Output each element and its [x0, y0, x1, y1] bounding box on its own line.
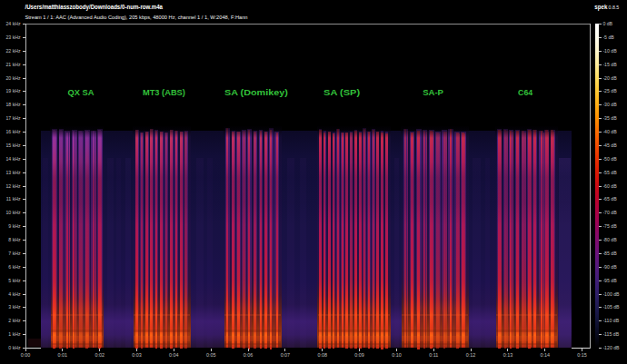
svg-text:4 kHz: 4 kHz: [8, 291, 21, 297]
svg-text:-45 dB: -45 dB: [602, 143, 617, 148]
svg-text:-40 dB: -40 dB: [602, 129, 617, 134]
svg-text:-65 dB: -65 dB: [602, 196, 617, 202]
svg-text:0:09: 0:09: [354, 352, 364, 358]
svg-text:13 kHz: 13 kHz: [5, 170, 21, 175]
svg-text:0:14: 0:14: [541, 352, 551, 358]
svg-text:0:00: 0:00: [21, 352, 31, 358]
svg-text:spek: spek: [594, 3, 607, 11]
svg-text:-95 dB: -95 dB: [602, 278, 617, 283]
svg-text:-75 dB: -75 dB: [602, 223, 617, 229]
svg-text:0:11: 0:11: [429, 352, 438, 358]
svg-text:15 kHz: 15 kHz: [5, 143, 21, 148]
svg-text:3 kHz: 3 kHz: [8, 304, 21, 310]
svg-text:-55 dB: -55 dB: [602, 170, 617, 175]
svg-text:16 kHz: 16 kHz: [5, 129, 21, 134]
svg-text:14 kHz: 14 kHz: [5, 156, 21, 162]
svg-text:Stream 1 / 1: AAC (Advanced Au: Stream 1 / 1: AAC (Advanced Audio Coding…: [25, 14, 249, 20]
svg-text:20 kHz: 20 kHz: [5, 75, 21, 81]
svg-text:0:01: 0:01: [58, 352, 68, 358]
svg-text:-60 dB: -60 dB: [602, 183, 617, 189]
svg-text:0:13: 0:13: [503, 352, 513, 358]
svg-text:22 kHz: 22 kHz: [5, 48, 21, 54]
svg-text:-15 dB: -15 dB: [602, 62, 617, 67]
svg-text:0:10: 0:10: [392, 352, 402, 358]
svg-text:7 kHz: 7 kHz: [8, 251, 21, 256]
svg-text:-80 dB: -80 dB: [602, 237, 617, 242]
svg-text:0.8.5: 0.8.5: [609, 5, 620, 10]
svg-text:0:04: 0:04: [169, 352, 179, 358]
svg-text:10 kHz: 10 kHz: [5, 210, 21, 215]
svg-text:-100 dB: -100 dB: [602, 291, 620, 297]
svg-text:-10 dB: -10 dB: [602, 48, 617, 54]
svg-text:QX SA: QX SA: [68, 87, 95, 97]
svg-text:5 kHz: 5 kHz: [8, 278, 21, 283]
svg-text:SA (SP): SA (SP): [323, 87, 360, 97]
svg-text:6 kHz: 6 kHz: [8, 264, 21, 270]
svg-text:-110 dB: -110 dB: [602, 318, 619, 323]
svg-text:21 kHz: 21 kHz: [5, 62, 21, 67]
svg-text:-70 dB: -70 dB: [602, 210, 617, 215]
svg-text:0:12: 0:12: [466, 352, 476, 358]
svg-text:0 kHz: 0 kHz: [8, 345, 21, 350]
svg-text:24 kHz: 24 kHz: [5, 21, 21, 26]
svg-text:2 kHz: 2 kHz: [8, 318, 21, 323]
svg-text:-35 dB: -35 dB: [602, 115, 617, 121]
svg-text:12 kHz: 12 kHz: [5, 183, 21, 189]
svg-text:-105 dB: -105 dB: [602, 304, 620, 310]
svg-text:0:03: 0:03: [132, 352, 142, 358]
svg-text:-90 dB: -90 dB: [602, 264, 617, 270]
svg-text:0:08: 0:08: [317, 352, 327, 358]
svg-text:0:07: 0:07: [281, 352, 291, 358]
svg-text:23 kHz: 23 kHz: [5, 34, 21, 40]
svg-text:-5 dB: -5 dB: [602, 34, 614, 40]
svg-text:/Users/matthiasszobody/Downloa: /Users/matthiasszobody/Downloads/0-num-r…: [25, 4, 164, 11]
svg-text:SA (Domikey): SA (Domikey): [224, 87, 288, 97]
svg-text:9 kHz: 9 kHz: [8, 223, 21, 229]
svg-text:18 kHz: 18 kHz: [5, 102, 21, 107]
svg-text:-120 dB: -120 dB: [602, 345, 620, 350]
svg-text:-30 dB: -30 dB: [602, 102, 617, 107]
svg-text:-20 dB: -20 dB: [602, 75, 617, 81]
svg-text:-25 dB: -25 dB: [602, 88, 617, 93]
svg-text:0:15: 0:15: [577, 352, 587, 358]
svg-text:0:02: 0:02: [95, 352, 104, 358]
svg-text:0:06: 0:06: [244, 352, 254, 358]
svg-text:SA-P: SA-P: [423, 87, 443, 97]
svg-text:11 kHz: 11 kHz: [6, 196, 21, 202]
svg-text:1 kHz: 1 kHz: [8, 331, 21, 337]
svg-text:MT3 (ABS): MT3 (ABS): [143, 87, 185, 97]
svg-text:19 kHz: 19 kHz: [5, 88, 21, 93]
svg-text:-85 dB: -85 dB: [602, 251, 617, 256]
svg-text:17 kHz: 17 kHz: [5, 115, 21, 121]
svg-text:0 dB: 0 dB: [602, 21, 612, 26]
svg-text:C64: C64: [518, 87, 533, 97]
svg-text:-115 dB: -115 dB: [602, 331, 619, 337]
svg-text:0:05: 0:05: [206, 352, 216, 358]
svg-text:-50 dB: -50 dB: [602, 156, 617, 162]
svg-text:8 kHz: 8 kHz: [8, 237, 21, 242]
